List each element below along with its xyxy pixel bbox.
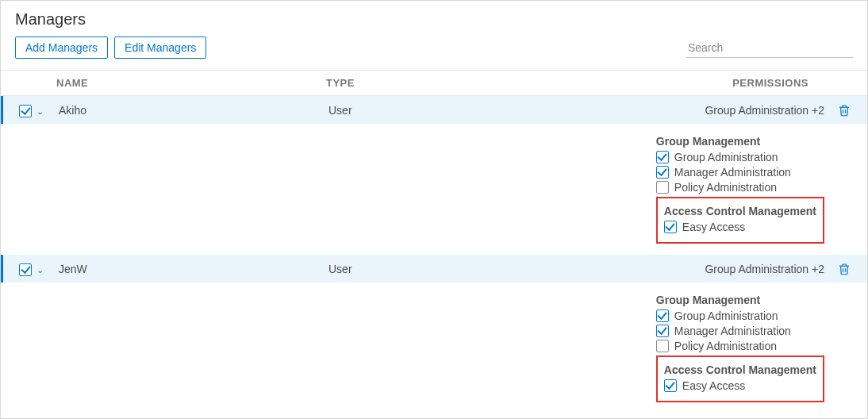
row-permissions-summary: Group Administration +2 (527, 98, 832, 123)
permission-checkbox[interactable] (656, 181, 669, 194)
permission-label: Easy Access (682, 221, 745, 233)
permission-item: Group Administration (656, 309, 824, 322)
row-actions (832, 256, 867, 283)
column-header-actions (832, 71, 867, 95)
edit-managers-button[interactable]: Edit Managers (114, 37, 206, 59)
highlight-box: Access Control ManagementEasy Access (656, 197, 824, 244)
permission-checkbox[interactable] (656, 166, 669, 179)
row-select-checkbox[interactable] (19, 263, 32, 276)
row-permissions-summary: Group Administration +2 (527, 256, 832, 282)
permission-item: Policy Administration (656, 340, 824, 352)
row-detail: Group ManagementGroup AdministrationMana… (1, 283, 867, 413)
permission-checkbox[interactable] (656, 325, 669, 337)
permission-item: Group Administration (656, 151, 824, 163)
permission-checkbox[interactable] (656, 151, 669, 163)
row-main[interactable]: ⌄JenWUserGroup Administration +2 (1, 255, 867, 283)
detail-spacer (3, 283, 648, 413)
highlight-box: Access Control ManagementEasy Access (656, 356, 824, 402)
permission-label: Manager Administration (674, 166, 791, 179)
permission-label: Policy Administration (674, 340, 777, 352)
permission-item: Policy Administration (656, 181, 824, 194)
permission-checkbox[interactable] (664, 379, 677, 392)
permission-item: Manager Administration (656, 166, 824, 179)
row-detail: Group ManagementGroup AdministrationMana… (1, 124, 867, 255)
add-managers-button[interactable]: Add Managers (15, 37, 108, 59)
chevron-down-icon[interactable]: ⌄ (36, 265, 44, 275)
permission-checkbox[interactable] (656, 340, 669, 352)
table-row: ⌄AkihoUserGroup Administration +2Group M… (1, 96, 867, 255)
row-select-expand: ⌄ (3, 96, 51, 124)
column-header-name[interactable]: NAME (48, 71, 318, 95)
permission-label: Group Administration (674, 151, 778, 163)
permission-section-title: Access Control Management (664, 363, 816, 376)
permission-label: Easy Access (682, 379, 745, 392)
grid-header: NAME TYPE PERMISSIONS (1, 70, 867, 96)
trash-icon[interactable] (837, 262, 862, 276)
permission-section-title: Group Management (656, 135, 824, 148)
table-row: ⌄JenWUserGroup Administration +2Group Ma… (1, 255, 867, 413)
row-type: User (321, 98, 527, 123)
permissions-detail: Group ManagementGroup AdministrationMana… (648, 283, 867, 413)
row-main[interactable]: ⌄AkihoUserGroup Administration +2 (1, 96, 867, 124)
column-header-type[interactable]: TYPE (318, 71, 524, 95)
permission-item: Manager Administration (656, 325, 824, 337)
row-type: User (321, 256, 527, 282)
row-name: Akiho (51, 98, 321, 123)
row-actions (832, 97, 867, 124)
check-expand-group: ⌄ (19, 105, 44, 117)
check-expand-group: ⌄ (19, 263, 44, 276)
permission-item: Easy Access (664, 379, 816, 392)
toolbar: Add Managers Edit Managers (1, 37, 867, 70)
permission-checkbox[interactable] (656, 309, 669, 322)
permissions-detail: Group ManagementGroup AdministrationMana… (648, 124, 867, 255)
trash-icon[interactable] (837, 103, 862, 117)
permission-checkbox[interactable] (664, 221, 677, 233)
permission-item: Easy Access (664, 221, 816, 233)
row-name: JenW (51, 256, 321, 282)
rows-container: ⌄AkihoUserGroup Administration +2Group M… (1, 96, 867, 413)
column-header-permissions[interactable]: PERMISSIONS (524, 71, 832, 95)
row-select-expand: ⌄ (3, 255, 51, 283)
permission-section-title: Access Control Management (664, 205, 816, 217)
permission-label: Group Administration (674, 309, 778, 322)
managers-panel: Managers Add Managers Edit Managers NAME… (0, 0, 868, 419)
page-title: Managers (1, 1, 867, 37)
permission-label: Policy Administration (674, 181, 777, 194)
chevron-down-icon[interactable]: ⌄ (36, 106, 44, 117)
row-select-checkbox[interactable] (19, 105, 32, 117)
detail-spacer (3, 124, 648, 255)
column-header-select (1, 71, 48, 95)
permission-section-title: Group Management (656, 294, 824, 306)
search-input[interactable] (686, 38, 853, 58)
permission-label: Manager Administration (674, 325, 791, 337)
